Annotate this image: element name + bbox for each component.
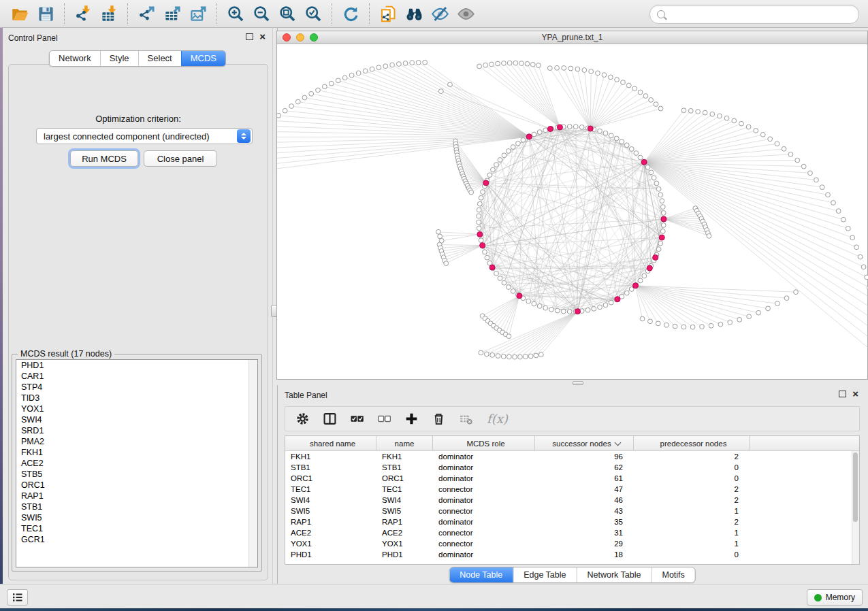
graph-node[interactable] xyxy=(543,128,548,133)
graph-node[interactable] xyxy=(469,190,474,195)
import-table-icon[interactable] xyxy=(96,2,122,25)
cell-MCDS-role[interactable]: dominator xyxy=(433,474,535,482)
graph-node[interactable] xyxy=(573,125,578,129)
graph-node[interactable] xyxy=(760,132,765,137)
graph-node[interactable] xyxy=(283,108,287,113)
cell-successor-nodes[interactable]: 35 xyxy=(535,518,634,526)
refresh-icon[interactable] xyxy=(338,2,364,25)
graph-hub-node[interactable] xyxy=(632,283,638,288)
graph-node[interactable] xyxy=(700,325,705,329)
graph-node[interactable] xyxy=(801,164,806,169)
graph-node[interactable] xyxy=(642,274,647,278)
result-item[interactable]: SWI4 xyxy=(16,414,257,425)
graph-node[interactable] xyxy=(494,163,499,167)
graph-node[interactable] xyxy=(532,301,536,306)
zoom-selected-icon[interactable] xyxy=(300,2,326,25)
graph-node[interactable] xyxy=(615,78,620,82)
graph-node[interactable] xyxy=(656,186,661,191)
cell-shared-name[interactable]: FKH1 xyxy=(285,452,376,461)
cell-name[interactable]: SWI5 xyxy=(376,507,433,515)
cell-successor-nodes[interactable]: 46 xyxy=(535,496,634,504)
table-row[interactable]: TEC1TEC1connector472 xyxy=(285,484,859,495)
graph-node[interactable] xyxy=(603,131,608,135)
memory-button[interactable]: Memory xyxy=(807,589,863,606)
cell-predecessor-nodes[interactable]: 1 xyxy=(634,540,750,548)
graph-node[interactable] xyxy=(624,291,629,295)
graph-node[interactable] xyxy=(491,167,496,172)
graph-node[interactable] xyxy=(589,69,594,74)
graph-hub-node[interactable] xyxy=(547,126,553,131)
graph-node[interactable] xyxy=(448,82,453,87)
graph-node[interactable] xyxy=(608,75,613,80)
graph-node[interactable] xyxy=(614,136,619,141)
close-panel-icon[interactable]: × xyxy=(852,391,858,397)
graph-node[interactable] xyxy=(766,306,771,311)
graph-node[interactable] xyxy=(444,261,449,266)
search-input[interactable] xyxy=(670,9,852,20)
cell-MCDS-role[interactable]: dominator xyxy=(433,518,535,526)
graph-node[interactable] xyxy=(518,354,523,359)
graph-node[interactable] xyxy=(479,238,483,243)
graph-node[interactable] xyxy=(660,199,664,203)
graph-node[interactable] xyxy=(568,66,573,71)
close-panel-button[interactable]: Close panel xyxy=(144,150,217,167)
result-item[interactable]: FKH1 xyxy=(16,447,257,458)
result-item[interactable]: STB5 xyxy=(16,469,257,480)
graph-node[interactable] xyxy=(782,146,786,151)
graph-node[interactable] xyxy=(507,61,512,65)
graph-node[interactable] xyxy=(596,71,600,76)
minimize-light-icon[interactable] xyxy=(296,33,304,42)
graph-node[interactable] xyxy=(479,350,483,355)
tab-mcds[interactable]: MCDS xyxy=(181,51,225,66)
graph-node[interactable] xyxy=(567,310,572,314)
column-header-name[interactable]: name xyxy=(376,436,433,450)
graph-node[interactable] xyxy=(485,255,489,260)
graph-hub-node[interactable] xyxy=(517,293,522,299)
cell-name[interactable]: SWI4 xyxy=(376,496,433,504)
zoom-out-icon[interactable] xyxy=(248,2,274,25)
graph-node[interactable] xyxy=(507,334,511,339)
graph-node[interactable] xyxy=(567,125,572,129)
graph-node[interactable] xyxy=(329,81,334,86)
graph-node[interactable] xyxy=(609,133,613,138)
export-network-icon[interactable] xyxy=(133,2,159,25)
graph-node[interactable] xyxy=(513,354,517,359)
graph-node[interactable] xyxy=(490,352,495,357)
graph-hub-node[interactable] xyxy=(480,243,485,248)
graph-node[interactable] xyxy=(506,149,511,154)
search-field[interactable] xyxy=(649,5,859,24)
graph-node[interactable] xyxy=(482,250,487,254)
cell-shared-name[interactable]: SWI5 xyxy=(285,507,376,515)
cell-shared-name[interactable]: ACE2 xyxy=(285,529,376,537)
result-scrollbar[interactable] xyxy=(248,360,257,567)
graph-node[interactable] xyxy=(658,193,663,197)
graph-node[interactable] xyxy=(423,60,428,65)
result-item[interactable]: PHD1 xyxy=(16,360,257,371)
graph-node[interactable] xyxy=(513,61,518,65)
result-item[interactable]: ORC1 xyxy=(16,480,257,491)
graph-node[interactable] xyxy=(681,325,686,329)
graph-node[interactable] xyxy=(638,278,643,283)
graph-node[interactable] xyxy=(532,132,536,137)
graph-node[interactable] xyxy=(489,62,494,67)
cell-MCDS-role[interactable]: dominator xyxy=(433,452,535,461)
graph-node[interactable] xyxy=(511,289,515,294)
float-panel-icon[interactable] xyxy=(246,33,253,40)
graph-node[interactable] xyxy=(795,158,800,163)
result-item[interactable]: CAR1 xyxy=(16,371,257,382)
graph-node[interactable] xyxy=(661,223,666,228)
graph-node[interactable] xyxy=(661,211,666,216)
graph-node[interactable] xyxy=(539,352,543,357)
cell-successor-nodes[interactable]: 61 xyxy=(535,474,634,482)
graph-node[interactable] xyxy=(322,84,327,89)
graph-node[interactable] xyxy=(396,62,401,67)
graph-node[interactable] xyxy=(530,62,535,67)
graph-node[interactable] xyxy=(502,153,507,158)
cell-predecessor-nodes[interactable]: 2 xyxy=(634,485,750,493)
graph-node[interactable] xyxy=(649,97,654,102)
cell-shared-name[interactable]: YOX1 xyxy=(285,540,376,548)
column-header-shared-name[interactable]: shared name xyxy=(285,436,376,450)
cell-predecessor-nodes[interactable]: 0 xyxy=(634,463,750,472)
graph-node[interactable] xyxy=(660,205,665,210)
select-all-icon[interactable] xyxy=(351,411,364,427)
